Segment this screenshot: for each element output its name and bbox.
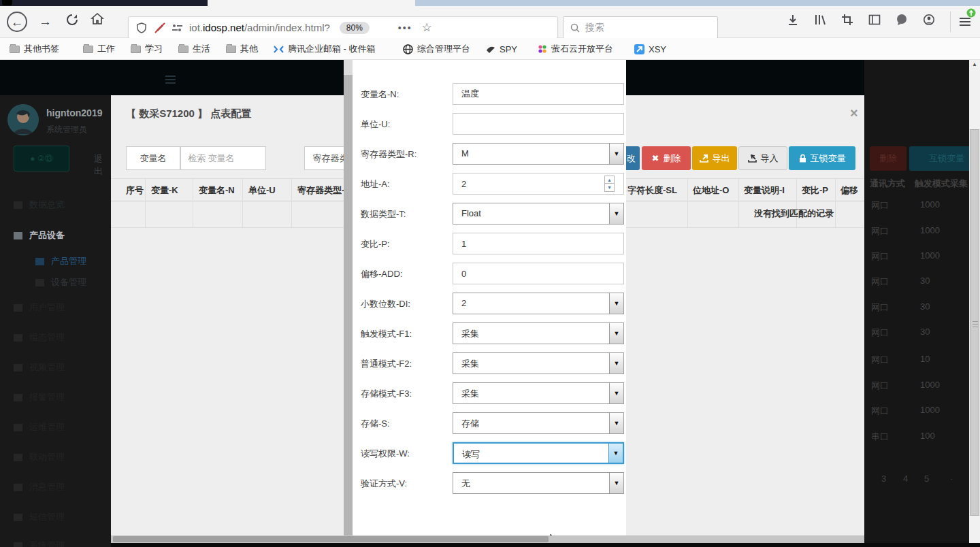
chevron-down-icon[interactable]: ▼ — [609, 383, 623, 403]
pocket-button[interactable] — [896, 14, 908, 29]
reload-button[interactable] — [66, 14, 78, 29]
logout-link[interactable]: 退出 — [94, 153, 111, 178]
address-input[interactable] — [453, 173, 624, 195]
zoom-badge[interactable]: 80% — [340, 22, 370, 34]
chevron-down-icon[interactable]: ▼ — [609, 323, 623, 344]
pagination-page[interactable]: 5 — [924, 474, 929, 484]
sidebar-toggle-button[interactable] — [868, 14, 881, 29]
active-tab[interactable] — [208, 0, 415, 6]
menu-item-user-mgmt[interactable]: 用户管理 — [14, 301, 65, 314]
chevron-down-icon[interactable]: ▼ — [609, 203, 623, 224]
forward-button[interactable]: → — [39, 15, 52, 29]
menu-item-message-mgmt[interactable]: 消息管理 — [14, 481, 65, 493]
spinner-down-icon[interactable]: ▼ — [605, 184, 614, 191]
column-header[interactable]: 寄存器类型-R — [297, 179, 351, 202]
filter-varname-button[interactable]: 变量名 — [126, 146, 180, 170]
bg-delete-button[interactable]: 删除 — [870, 146, 906, 171]
search-input[interactable]: 搜索 — [585, 22, 604, 34]
scroll-up-arrow-icon[interactable]: ▲ — [972, 61, 977, 67]
column-header[interactable]: 单位-U — [248, 179, 276, 202]
menu-item-system-mgmt[interactable]: 系统管理 — [14, 540, 65, 547]
user-mgmt-icon — [14, 304, 22, 312]
unit-input[interactable] — [453, 113, 624, 135]
chevron-down-icon[interactable]: ▼ — [609, 413, 623, 433]
profile-button[interactable]: ● ②⑬ — [14, 146, 69, 171]
chevron-down-icon[interactable]: ▼ — [609, 473, 623, 493]
register-type-select[interactable]: M▼ — [453, 143, 624, 165]
bookmark-xsy[interactable]: XSY — [634, 43, 666, 55]
export-button[interactable]: 导出 — [692, 146, 737, 170]
home-button[interactable] — [91, 12, 104, 29]
bookmark-folder-other-bookmarks[interactable]: 其他书签 — [10, 43, 59, 55]
page-actions-icon[interactable]: ••• — [398, 22, 412, 33]
column-header[interactable]: 变量-K — [151, 179, 178, 202]
decimals-select[interactable]: 2▼ — [453, 293, 624, 314]
read-write-select[interactable]: 读写▼ — [453, 442, 624, 464]
offset-input[interactable] — [453, 263, 624, 284]
delete-button[interactable]: ✖删除 — [642, 146, 691, 170]
screenshot-button[interactable] — [841, 14, 853, 29]
chevron-down-icon[interactable]: ▼ — [609, 144, 623, 164]
trigger-mode-select[interactable]: 采集▼ — [453, 322, 624, 344]
column-header[interactable]: 序号 — [126, 179, 144, 202]
bookmark-star-icon[interactable]: ☆ — [422, 20, 432, 35]
chevron-down-icon[interactable]: ▼ — [609, 293, 623, 314]
column-header[interactable]: 变量说明-I — [744, 179, 785, 202]
bg-column-comm-type: 通讯方式 — [870, 178, 905, 190]
storage-select[interactable]: 存储▼ — [453, 412, 624, 434]
horizontal-scrollbar[interactable] — [111, 535, 864, 543]
back-button[interactable]: ← — [7, 12, 27, 32]
user-avatar[interactable] — [7, 104, 39, 135]
spinner-up-icon[interactable]: ▲ — [605, 176, 614, 184]
normal-mode-select[interactable]: 采集▼ — [453, 352, 624, 374]
bookmark-folder-misc[interactable]: 其他 — [226, 43, 258, 55]
h-scroll-thumb[interactable] — [113, 536, 549, 542]
interlock-button[interactable]: 互锁变量 — [789, 146, 855, 170]
import-button[interactable]: 导入 — [738, 146, 787, 170]
bookmark-folder-work[interactable]: 工作 — [83, 43, 115, 55]
bookmark-spy[interactable]: SPY — [486, 43, 517, 55]
data-type-select[interactable]: Float▼ — [453, 203, 624, 225]
chevron-down-icon[interactable]: ▼ — [608, 444, 623, 463]
url-bar[interactable]: iot.idosp.net/admin/index.html? 80% ••• … — [128, 16, 558, 39]
pagination-page[interactable]: 3 — [881, 474, 886, 484]
chevron-down-icon[interactable]: ▼ — [609, 353, 623, 374]
menu-item-alarm-mgmt[interactable]: 报警管理 — [14, 391, 65, 403]
menu-item-product-device[interactable]: 产品设备 — [14, 229, 65, 242]
ratio-input[interactable] — [453, 233, 624, 254]
bookmark-ys7-open-platform[interactable]: 萤石云开放平台 — [538, 43, 613, 55]
number-spinner[interactable]: ▲▼ — [604, 176, 615, 192]
bookmark-mgmt-platform[interactable]: 综合管理平台 — [403, 43, 470, 55]
browser-scrollbar[interactable]: ▲ — [969, 60, 980, 543]
downloads-button[interactable] — [787, 14, 799, 29]
verify-mode-select[interactable]: 无▼ — [453, 472, 624, 494]
column-header[interactable]: 位地址-O — [693, 179, 729, 202]
search-varname-input[interactable]: 检索 变量名 — [180, 146, 266, 170]
menu-item-config-mgmt[interactable]: 组态管理 — [14, 331, 65, 344]
sidebar-collapse-button[interactable] — [165, 73, 176, 86]
bookmark-tencent-mail[interactable]: 腾讯企业邮箱 - 收件箱 — [274, 43, 376, 55]
variable-name-input[interactable] — [453, 83, 624, 105]
column-header[interactable]: 字符长度-SL — [627, 179, 677, 202]
menu-item-overview[interactable]: 数据总览 — [14, 199, 65, 211]
column-header[interactable]: 变量名-N — [199, 179, 235, 202]
bookmark-folder-life[interactable]: 生活 — [178, 43, 210, 55]
panel-scrollbar[interactable] — [344, 60, 353, 547]
pagination-page[interactable]: 4 — [903, 474, 908, 484]
panel-close-button[interactable]: × — [850, 106, 858, 120]
menu-item-video-mgmt[interactable]: 视频管理 — [14, 361, 65, 374]
column-header[interactable]: 偏移 — [840, 179, 858, 202]
column-header[interactable]: 变比-P — [802, 179, 828, 202]
storage-mode-select[interactable]: 采集▼ — [453, 382, 624, 404]
menu-item-linkage-mgmt[interactable]: 联动管理 — [14, 451, 65, 463]
pagination-next[interactable]: · — [950, 474, 953, 484]
library-button[interactable] — [814, 14, 826, 29]
v-scroll-thumb[interactable] — [970, 129, 979, 516]
menu-item-product-mgmt[interactable]: 产品管理 — [35, 255, 86, 267]
bookmark-folder-study[interactable]: 学习 — [131, 43, 163, 55]
account-button[interactable] — [923, 14, 935, 29]
menu-item-ops-mgmt[interactable]: 运维管理 — [14, 421, 65, 433]
menu-item-device-mgmt[interactable]: 设备管理 — [35, 276, 86, 288]
search-box[interactable]: 搜索 — [563, 16, 718, 39]
menu-item-sms-mgmt[interactable]: 短信管理 — [14, 511, 65, 523]
